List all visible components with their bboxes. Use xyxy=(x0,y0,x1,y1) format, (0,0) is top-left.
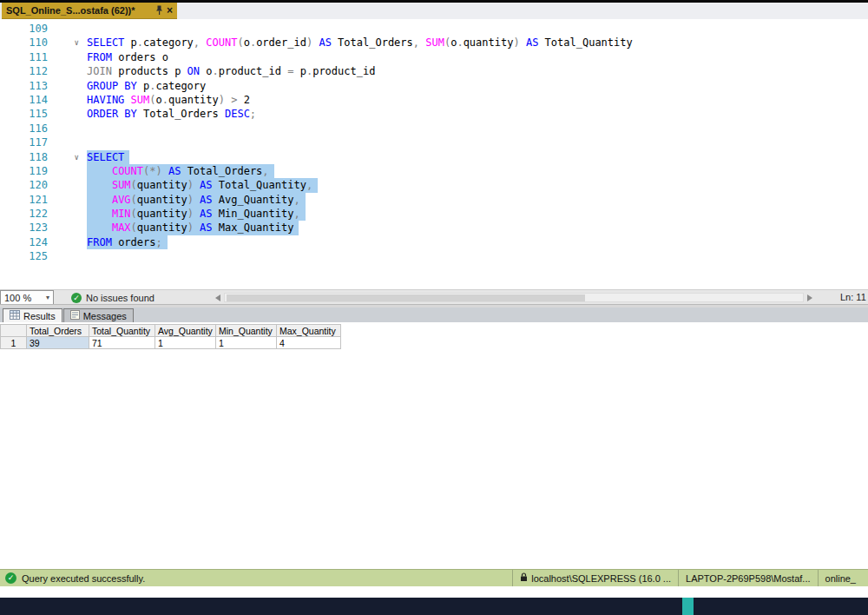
code-line[interactable]: 117 xyxy=(0,136,868,149)
status-message: Query executed successfully. xyxy=(22,573,145,584)
line-number: 123 xyxy=(0,221,48,235)
user-name: LAPTOP-2P69P598\Mostaf... xyxy=(686,573,810,584)
fold-margin xyxy=(48,178,87,192)
code-text: FROM orders; xyxy=(87,235,168,249)
code-line[interactable]: 110∨SELECT p.category, COUNT(o.order_id)… xyxy=(0,36,868,50)
tab-messages[interactable]: Messages xyxy=(63,308,134,322)
code-line[interactable]: 119 COUNT(*) AS Total_Orders, xyxy=(0,164,868,178)
server-status-segment: localhost\SQLEXPRESS (16.0 ... xyxy=(512,570,678,586)
fold-margin xyxy=(48,22,87,36)
taskbar-accent xyxy=(682,598,694,615)
tab-results-label: Results xyxy=(23,311,56,321)
fold-margin xyxy=(48,50,87,64)
line-number: 121 xyxy=(0,193,48,207)
line-number: 109 xyxy=(0,22,48,36)
line-indicator: Ln: 11 xyxy=(840,292,866,302)
code-text: SELECT p.category, COUNT(o.order_id) AS … xyxy=(87,36,633,50)
column-header[interactable]: Min_Quantity xyxy=(216,325,277,337)
document-tab[interactable]: SQL_Online_S...ostafa (62))* × xyxy=(2,3,177,19)
line-number: 110 xyxy=(0,36,48,50)
grid-corner[interactable] xyxy=(1,325,27,337)
code-line[interactable]: 116 xyxy=(0,122,868,136)
code-line[interactable]: 124FROM orders; xyxy=(0,235,868,249)
lock-icon xyxy=(520,572,528,584)
scroll-right-icon[interactable] xyxy=(807,294,812,301)
code-line[interactable]: 123 MAX(quantity) AS Max_Quantity xyxy=(0,221,868,235)
zoom-value: 100 % xyxy=(4,293,31,303)
code-line[interactable]: 112JOIN products p ON o.product_id = p.p… xyxy=(0,64,868,78)
code-line[interactable]: 113GROUP BY p.category xyxy=(0,79,868,93)
fold-margin xyxy=(48,64,87,78)
code-lines: 109110∨SELECT p.category, COUNT(o.order_… xyxy=(0,22,868,264)
line-number: 119 xyxy=(0,164,48,178)
database-name: online_ xyxy=(825,573,856,584)
code-line[interactable]: 118∨SELECT xyxy=(0,150,868,164)
code-line[interactable]: 121 AVG(quantity) AS Avg_Quantity, xyxy=(0,193,868,207)
line-number: 116 xyxy=(0,122,48,136)
fold-collapse-icon[interactable]: ∨ xyxy=(48,36,87,50)
grid-cell[interactable]: 71 xyxy=(89,337,155,349)
chevron-down-icon: ▾ xyxy=(46,294,49,301)
health-indicator[interactable]: ✓ No issues found xyxy=(71,290,155,305)
fold-collapse-icon[interactable]: ∨ xyxy=(48,150,87,164)
status-right-group: localhost\SQLEXPRESS (16.0 ... LAPTOP-2P… xyxy=(512,570,863,586)
line-number: 125 xyxy=(0,249,48,263)
scrollbar-thumb[interactable] xyxy=(227,294,585,301)
code-line[interactable]: 111FROM orders o xyxy=(0,50,868,64)
code-editor[interactable]: 109110∨SELECT p.category, COUNT(o.order_… xyxy=(0,19,868,289)
grid-cell[interactable]: 4 xyxy=(277,337,341,349)
fold-margin xyxy=(48,164,87,178)
grid-cell[interactable]: 39 xyxy=(27,337,89,349)
pin-icon[interactable] xyxy=(155,5,163,16)
code-text: MIN(quantity) AS Min_Quantity, xyxy=(87,207,306,221)
column-header[interactable]: Total_Orders xyxy=(27,325,89,337)
code-text: FROM orders o xyxy=(87,50,168,64)
horizontal-scrollbar[interactable] xyxy=(215,292,812,303)
tab-results[interactable]: Results xyxy=(3,308,62,322)
grid-cell[interactable]: 1 xyxy=(216,337,277,349)
zoom-select[interactable]: 100 % ▾ xyxy=(0,290,54,305)
line-number: 111 xyxy=(0,50,48,64)
line-number: 113 xyxy=(0,79,48,93)
code-text: MAX(quantity) AS Max_Quantity xyxy=(87,221,299,235)
fold-margin xyxy=(48,122,87,136)
tab-messages-label: Messages xyxy=(83,311,127,321)
code-text: JOIN products p ON o.product_id = p.prod… xyxy=(87,64,375,78)
code-text: COUNT(*) AS Total_Orders, xyxy=(87,164,274,178)
results-tab-bar: Results Messages xyxy=(0,308,868,322)
code-line[interactable]: 115ORDER BY Total_Orders DESC; xyxy=(0,107,868,121)
close-icon[interactable]: × xyxy=(167,5,173,16)
line-number: 124 xyxy=(0,235,48,249)
code-line[interactable]: 114HAVING SUM(o.quantity) > 2 xyxy=(0,93,868,107)
fold-margin xyxy=(48,79,87,93)
line-number: 117 xyxy=(0,136,48,149)
scrollbar-track[interactable] xyxy=(224,293,804,302)
code-text: SELECT xyxy=(87,150,129,164)
fold-margin xyxy=(48,93,87,107)
success-check-icon: ✓ xyxy=(5,572,16,584)
column-header[interactable]: Max_Quantity xyxy=(277,325,341,337)
status-bar: ✓ Query executed successfully. localhost… xyxy=(0,569,868,586)
check-circle-icon: ✓ xyxy=(71,293,82,303)
code-line[interactable]: 122 MIN(quantity) AS Min_Quantity, xyxy=(0,207,868,221)
column-header[interactable]: Total_Quantity xyxy=(89,325,155,337)
results-grid-icon xyxy=(10,310,20,321)
code-line[interactable]: 109 xyxy=(0,22,868,36)
row-header[interactable]: 1 xyxy=(1,337,27,349)
fold-margin xyxy=(48,249,87,263)
line-number: 115 xyxy=(0,107,48,121)
code-text: HAVING SUM(o.quantity) > 2 xyxy=(87,93,250,107)
fold-margin xyxy=(48,221,87,235)
user-status-segment: LAPTOP-2P69P598\Mostaf... xyxy=(678,570,817,586)
fold-margin xyxy=(48,136,87,149)
ssms-window: SQL_Online_S...ostafa (62))* × 109110∨SE… xyxy=(0,0,868,615)
document-tab-bar: SQL_Online_S...ostafa (62))* × xyxy=(0,3,868,19)
messages-note-icon xyxy=(70,310,80,321)
results-grid[interactable]: Total_OrdersTotal_QuantityAvg_QuantityMi… xyxy=(0,324,341,349)
grid-cell[interactable]: 1 xyxy=(155,337,216,349)
column-header[interactable]: Avg_Quantity xyxy=(155,325,216,337)
scroll-left-icon[interactable] xyxy=(215,294,220,301)
code-line[interactable]: 125 xyxy=(0,249,868,263)
line-number: 118 xyxy=(0,150,48,164)
code-line[interactable]: 120 SUM(quantity) AS Total_Quantity, xyxy=(0,178,868,192)
